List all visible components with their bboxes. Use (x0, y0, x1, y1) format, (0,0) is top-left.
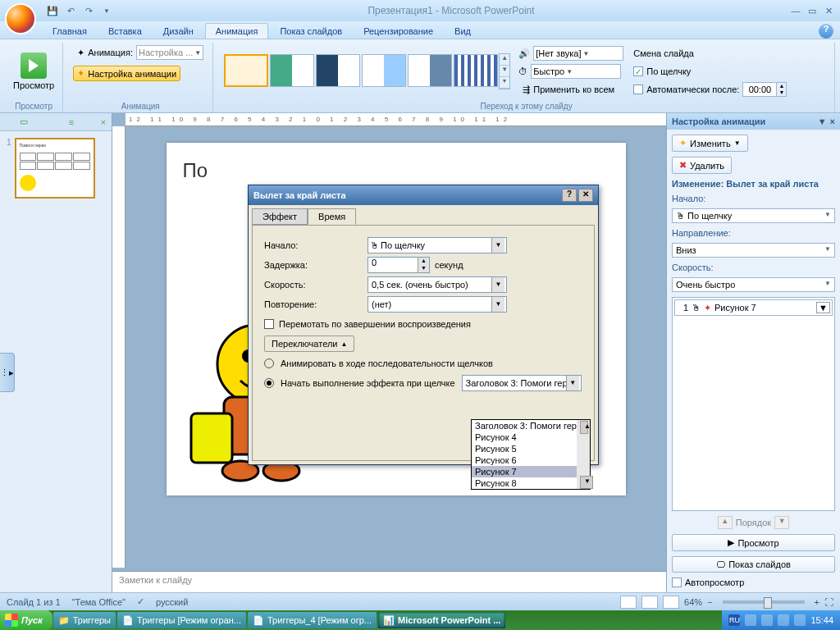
tray-icon[interactable] (794, 614, 806, 626)
gallery-more-icon[interactable]: ▾ (500, 77, 509, 89)
delete-effect-button[interactable]: ✖Удалить (672, 157, 732, 174)
custom-animation-button[interactable]: ✦ Настройка анимации (73, 66, 180, 81)
slide-title-text: По (183, 159, 609, 182)
zoom-level[interactable]: 64% (684, 597, 702, 607)
taskbar-item[interactable]: 📄Триггеры_4 [Режим огр... (248, 612, 377, 628)
transition-none[interactable] (224, 54, 268, 87)
transition-item[interactable] (270, 54, 314, 87)
tab-review[interactable]: Рецензирование (354, 24, 443, 39)
move-up-button[interactable]: ▲ (718, 516, 733, 529)
tab-view[interactable]: Вид (445, 24, 481, 39)
lang-indicator[interactable]: RU (728, 614, 740, 626)
slideshow-button[interactable]: 🖵Показ слайдов (672, 556, 835, 573)
language-indicator[interactable]: русский (156, 597, 188, 607)
slides-tab[interactable]: ▭ (0, 113, 48, 130)
tab-design[interactable]: Дизайн (153, 24, 203, 39)
tab-effect[interactable]: Эффект (252, 208, 308, 225)
trigger-option[interactable]: Рисунок 6 (472, 454, 590, 466)
undo-icon[interactable]: ↶ (62, 2, 79, 19)
effect-item[interactable]: 1 🖱 ✦ Рисунок 7 ▼ (674, 299, 833, 316)
start-button[interactable]: Пуск (0, 610, 52, 630)
tab-home[interactable]: Главная (43, 24, 97, 39)
fit-button[interactable]: ⛶ (824, 597, 833, 607)
tab-animation[interactable]: Анимация (205, 23, 269, 39)
tab-timing[interactable]: Время (308, 208, 356, 225)
pane-dropdown-icon[interactable]: ▼ (818, 116, 827, 126)
transition-item[interactable] (454, 54, 498, 87)
direction-combo[interactable]: Вниз▼ (672, 243, 835, 258)
trigger-option[interactable]: Рисунок 4 (472, 431, 590, 443)
transition-item[interactable] (362, 54, 406, 87)
dlg-repeat-combo[interactable]: (нет)▼ (368, 296, 507, 313)
zoom-slider[interactable] (723, 600, 805, 604)
gallery-up-icon[interactable]: ▲ (500, 54, 509, 66)
qat-more-icon[interactable]: ▼ (98, 2, 115, 19)
slide-thumbnail[interactable]: Помоги герою (15, 138, 95, 199)
redo-icon[interactable]: ↷ (80, 2, 97, 19)
close-button[interactable]: ✕ (820, 2, 837, 19)
effect-list[interactable]: 1 🖱 ✦ Рисунок 7 ▼ (672, 297, 835, 511)
autoafter-checkbox[interactable] (633, 84, 643, 94)
trigger-dropdown-list[interactable]: Заголовок 3: Помоги геро Рисунок 4 Рисун… (471, 419, 591, 490)
triggers-button[interactable]: Переключатели ▲ (264, 336, 354, 352)
trigger-option-selected[interactable]: Рисунок 7 (472, 466, 590, 477)
dlg-speed-combo[interactable]: 0,5 сек. (очень быстро)▼ (368, 276, 507, 293)
scroll-up-icon[interactable]: ▲ (580, 421, 588, 434)
animate-sequence-radio[interactable] (264, 358, 274, 368)
transition-item[interactable] (408, 54, 452, 87)
taskbar-item[interactable]: 📄Триггеры [Режим огран... (117, 612, 246, 628)
transition-gallery[interactable]: ▲▼▾ (223, 53, 510, 89)
sorter-view-button[interactable] (641, 596, 658, 609)
transition-item[interactable] (316, 54, 360, 87)
dlg-start-combo[interactable]: 🖱По щелчку▼ (368, 237, 507, 253)
trigger-option[interactable]: Заголовок 3: Помоги геро (472, 420, 590, 431)
sound-combo[interactable]: [Нет звука]▼ (533, 46, 623, 61)
preview-button[interactable]: Просмотр (10, 51, 57, 92)
maximize-button[interactable]: ▭ (804, 2, 820, 19)
dialog-help-button[interactable]: ? (562, 189, 577, 202)
move-down-button[interactable]: ▼ (774, 516, 789, 529)
change-effect-button[interactable]: ✦Изменить▼ (672, 135, 748, 152)
system-tray: RU 15:44 (722, 610, 840, 630)
outline-tab[interactable]: ≡ (48, 113, 95, 130)
office-button[interactable] (5, 3, 36, 34)
spellcheck-icon[interactable]: ✓ (137, 596, 144, 607)
help-icon[interactable]: ? (819, 24, 833, 39)
tray-icon[interactable] (745, 614, 756, 626)
expander-handle[interactable]: ⋮▸ (0, 353, 15, 392)
start-combo[interactable]: 🖱 По щелчку▼ (672, 208, 835, 223)
rewind-checkbox[interactable] (264, 319, 274, 329)
speed-combo[interactable]: Очень быстро▼ (672, 277, 835, 292)
trigger-option[interactable]: Рисунок 8 (472, 477, 590, 489)
save-icon[interactable]: 💾 (44, 2, 61, 19)
tray-icon[interactable] (778, 614, 789, 626)
tab-insert[interactable]: Вставка (98, 24, 152, 39)
gallery-down-icon[interactable]: ▼ (500, 66, 509, 77)
zoom-out-button[interactable]: − (707, 597, 712, 607)
minimize-button[interactable]: — (788, 2, 804, 19)
dialog-close-button[interactable]: ✕ (578, 189, 593, 202)
autoafter-spinner[interactable]: ▲▼ (742, 82, 787, 97)
taskbar-item-active[interactable]: 📊Microsoft PowerPoint ... (378, 612, 505, 628)
trigger-object-combo[interactable]: Заголовок 3: Помоги геро▼ (462, 375, 582, 391)
animation-combo[interactable]: ✦ Анимация: Настройка ...▼ (73, 43, 208, 62)
normal-view-button[interactable] (620, 596, 637, 609)
close-pane-icon[interactable]: × (95, 113, 112, 130)
trigger-option[interactable]: Рисунок 5 (472, 443, 590, 454)
scroll-down-icon[interactable]: ▼ (580, 476, 593, 489)
slideshow-view-button[interactable] (663, 596, 679, 609)
pane-close-icon[interactable]: × (830, 116, 835, 126)
speed-combo[interactable]: Быстро▼ (531, 64, 621, 79)
tray-icon[interactable] (761, 614, 773, 626)
apply-all-button[interactable]: ⇶Применить ко всем (518, 81, 623, 98)
clock[interactable]: 15:44 (810, 615, 833, 625)
play-button[interactable]: ▶Просмотр (672, 534, 835, 551)
zoom-in-button[interactable]: + (815, 597, 819, 607)
dlg-delay-spinner[interactable]: 0▲▼ (368, 257, 430, 273)
autopreview-checkbox[interactable] (672, 578, 682, 587)
trigger-click-radio[interactable] (264, 378, 274, 388)
tab-slideshow[interactable]: Показ слайдов (270, 24, 352, 39)
taskbar-item[interactable]: 📁Триггеры (53, 612, 116, 628)
onclick-checkbox[interactable] (633, 66, 643, 76)
notes-pane[interactable]: Заметки к слайду (112, 571, 666, 592)
